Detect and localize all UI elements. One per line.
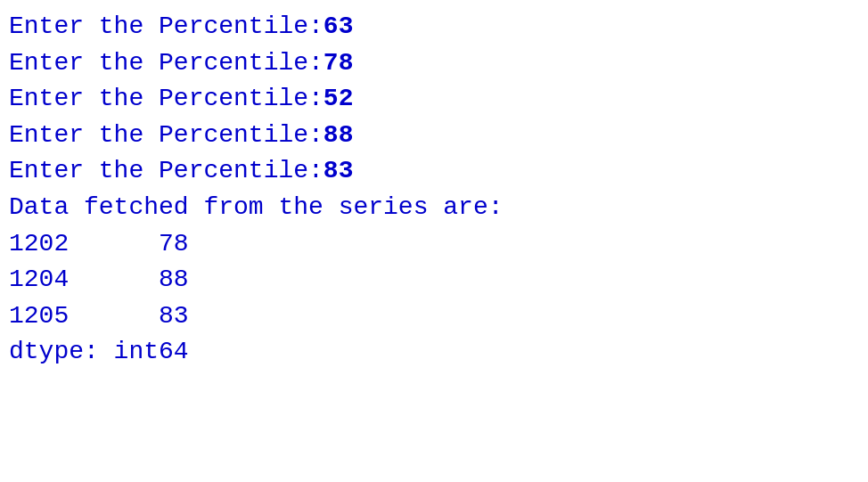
data-row: 1205 83 — [9, 298, 504, 335]
data-row: 1204 88 — [9, 262, 504, 298]
prompt-value: 52 — [323, 85, 354, 112]
prompt-value: 63 — [323, 12, 354, 40]
dtype-line: dtype: int64 — [9, 334, 504, 371]
data-header: Data fetched from the series are: — [9, 190, 504, 226]
prompt-line: Enter the Percentile:83 — [9, 153, 504, 190]
prompt-value: 78 — [323, 49, 354, 77]
prompt-line: Enter the Percentile:78 — [9, 45, 504, 82]
prompt-value: 83 — [323, 157, 354, 184]
prompt-line: Enter the Percentile:63 — [9, 9, 504, 45]
data-row: 1202 78 — [9, 226, 504, 263]
prompt-line: Enter the Percentile:52 — [9, 81, 504, 118]
prompt-value: 88 — [323, 121, 354, 149]
terminal-output: Enter the Percentile:63Enter the Percent… — [9, 9, 504, 371]
prompt-line: Enter the Percentile:88 — [9, 118, 504, 154]
